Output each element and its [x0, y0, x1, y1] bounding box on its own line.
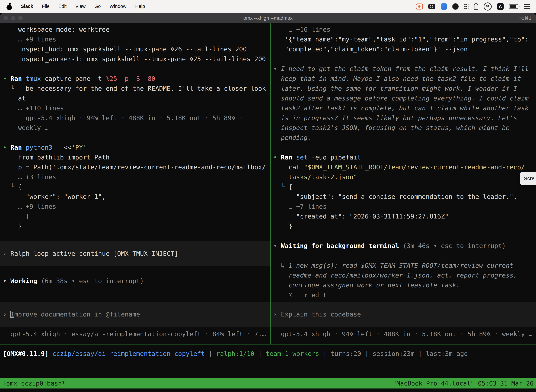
terminal-line: "subject": "send a concise recommendatio…: [271, 192, 536, 202]
terminal-line: [271, 54, 536, 64]
menu-item-view[interactable]: View: [76, 4, 86, 9]
battery-icon[interactable]: [509, 4, 518, 9]
terminal-content: workspace_mode: worktree … +9 lines insp…: [0, 23, 536, 392]
terminal-line: • Ran python3 - <<'PY': [0, 143, 270, 152]
terminal-line: readme-and-reco/mailbox/worker-1.json, a…: [271, 271, 536, 280]
input-source-icon[interactable]: A: [497, 3, 504, 10]
terminal-line: p = Path('.omx/state/team/review-current…: [0, 162, 270, 172]
terminal-line: … +9 lines: [0, 202, 270, 211]
window-titlebar[interactable]: omx --xhigh --madmax ⌥⌘1: [0, 13, 536, 23]
menu-lines-icon[interactable]: [524, 4, 530, 9]
terminal-line: inspect_hud: omx sparkshell --tmux-pane …: [0, 44, 270, 54]
terminal-line: [0, 64, 270, 74]
terminal-line: }: [0, 221, 270, 231]
terminal-line: ⌥ + ↑ edit: [271, 290, 536, 300]
terminal-line: … +16 lines: [271, 25, 536, 34]
tmux-panes: workspace_mode: worktree … +9 lines insp…: [0, 23, 536, 344]
terminal-line: gpt-5.4 xhigh · 94% left · 488K in · 5.1…: [271, 329, 536, 339]
menu-items: FileEditViewGoWindowHelp: [42, 4, 154, 9]
menu-item-go[interactable]: Go: [94, 4, 101, 9]
terminal-line: should send a message before completing …: [271, 93, 536, 103]
terminal-line: [271, 143, 536, 152]
terminal-line: is in progress? It seems likely but perh…: [271, 113, 536, 123]
apple-menu-icon[interactable]: [6, 2, 12, 10]
terminal-line: at: [0, 93, 270, 103]
prompt-suggestion-line[interactable]: › Ralph loop active continue [OMX_TMUX_I…: [0, 249, 270, 258]
blue-app-icon[interactable]: [441, 3, 447, 10]
minimize-button[interactable]: [11, 16, 15, 20]
terminal-line: [0, 133, 270, 143]
terminal-line: inspect task2's JSON, focusing on the st…: [271, 123, 536, 133]
dots-grid-icon[interactable]: [464, 4, 469, 9]
terminal-line: • I need to get the claim token from the…: [271, 64, 536, 74]
horizontal-pane-border: [0, 344, 536, 345]
terminal-line: '{"team_name":"my-team","task_id":"1","f…: [271, 34, 536, 44]
terminal-window: omx --xhigh --madmax ⌥⌘1 workspace_mode:…: [0, 13, 536, 392]
close-button[interactable]: [4, 16, 8, 20]
terminal-line: └ {: [271, 182, 536, 192]
terminal-line: … +110 lines: [0, 103, 270, 113]
terminal-line: … +7 lines: [271, 202, 536, 211]
terminal-line: … +3 lines: [0, 172, 270, 182]
window-title: omx --xhigh --madmax: [243, 15, 293, 21]
terminal-line: continue assigned work or next feasible …: [271, 280, 536, 290]
terminal-line: ]: [0, 211, 270, 221]
menu-item-window[interactable]: Window: [110, 4, 126, 9]
terminal-line: [271, 251, 536, 261]
terminal-line: keep that in mind. Maybe I also need the…: [271, 74, 536, 84]
terminal-line: … +9 lines: [0, 34, 270, 44]
terminal-line: later. Using the same for transition mig…: [271, 84, 536, 93]
terminal-line: pending.: [271, 133, 536, 143]
terminal-line: }: [271, 221, 536, 231]
prompt-suggestion-line[interactable]: › Improve documentation in @filename: [0, 309, 270, 319]
terminal-line: • Ran set -euo pipefail: [271, 152, 536, 162]
omx-status-text: [OMX#0.11.9] cczip/essay/ai-reimplementa…: [0, 349, 536, 359]
menu-bar: Slack FileEditViewGoWindowHelp 61A: [0, 0, 536, 13]
keypad-grid-icon[interactable]: [428, 4, 436, 9]
terminal-line: [271, 231, 536, 241]
menu-item-slack[interactable]: Slack: [21, 4, 33, 9]
terminal-line: cat "$OMX_TEAM_STATE_ROOT/team/review-cu…: [271, 162, 536, 172]
terminal-line: └ be necessary for the end of the README…: [0, 84, 270, 93]
prompt-suggestion-line[interactable]: › Explain this codebase: [271, 309, 536, 319]
terminal-line: inspect_worker-1: omx sparkshell --tmux-…: [0, 54, 270, 64]
terminal-line: "worker": "worker-1",: [0, 192, 270, 202]
terminal-line: "completed","claim_token":"claim-token"}…: [271, 44, 536, 54]
tmux-host-time: "MacBook-Pro-44.local" 05:03 31-Mar-26: [393, 378, 534, 388]
screen-sharing-tooltip: Scre: [520, 172, 536, 185]
terminal-line: • Waiting for background terminal (3m 46…: [271, 241, 536, 251]
terminal-line: task2 after task1 is complete, but can I…: [271, 103, 536, 113]
terminal-line: └ {: [0, 182, 270, 192]
screen: Slack FileEditViewGoWindowHelp 61A omx -…: [0, 0, 536, 392]
terminal-line: • Working (6m 38s • esc to interrupt): [0, 276, 270, 286]
menu-item-file[interactable]: File: [42, 4, 50, 9]
prompt-suggestion-band[interactable]: › Explain this codebase: [271, 302, 536, 327]
ghost-app-icon[interactable]: [474, 3, 478, 10]
zoom-button[interactable]: [18, 16, 23, 20]
terminal-line: ↳ 1 new msg(s): read $OMX_TEAM_STATE_ROO…: [271, 261, 536, 271]
battery-percent-badge[interactable]: 61: [483, 2, 492, 10]
prompt-suggestion-band[interactable]: › Ralph loop active continue [OMX_TMUX_I…: [0, 241, 270, 266]
terminal-line: workspace_mode: worktree: [0, 25, 270, 34]
menu-bar-status-icons: 61A: [416, 2, 530, 10]
terminal-line: • Ran tmux capture-pane -t %25 -p -S -80: [0, 74, 270, 84]
terminal-line: "created_at": "2026-03-31T11:59:27.816Z": [271, 211, 536, 221]
right-pane[interactable]: … +16 lines '{"team_name":"my-team","tas…: [271, 23, 536, 344]
terminal-line: weekly …: [0, 123, 270, 133]
tmux-status-bar: [omx-cczip0:bash* "MacBook-Pro-44.local"…: [0, 378, 536, 388]
terminal-line: gpt-5.4 xhigh · essay/ai-reimplementatio…: [0, 329, 270, 339]
dark-circle-app-icon[interactable]: [452, 3, 459, 10]
menu-item-edit[interactable]: Edit: [58, 4, 67, 9]
terminal-line: [0, 266, 270, 276]
left-pane[interactable]: workspace_mode: worktree … +9 lines insp…: [0, 23, 270, 344]
menu-item-help[interactable]: Help: [135, 4, 145, 9]
tmux-session-label: [omx-cczip0:bash*: [2, 378, 65, 388]
terminal-line: [0, 231, 270, 241]
terminal-line: from pathlib import Path: [0, 152, 270, 162]
window-shortcut-hint: ⌥⌘1: [519, 15, 531, 21]
prompt-suggestion-band[interactable]: › Improve documentation in @filename: [0, 302, 270, 327]
omx-status-line: [OMX#0.11.9] cczip/essay/ai-reimplementa…: [0, 349, 536, 359]
screen-recording-indicator[interactable]: [416, 4, 423, 9]
terminal-line: gpt-5.4 xhigh · 94% left · 488K in · 5.1…: [0, 113, 270, 123]
terminal-line: tasks/task-2.json": [271, 172, 536, 182]
